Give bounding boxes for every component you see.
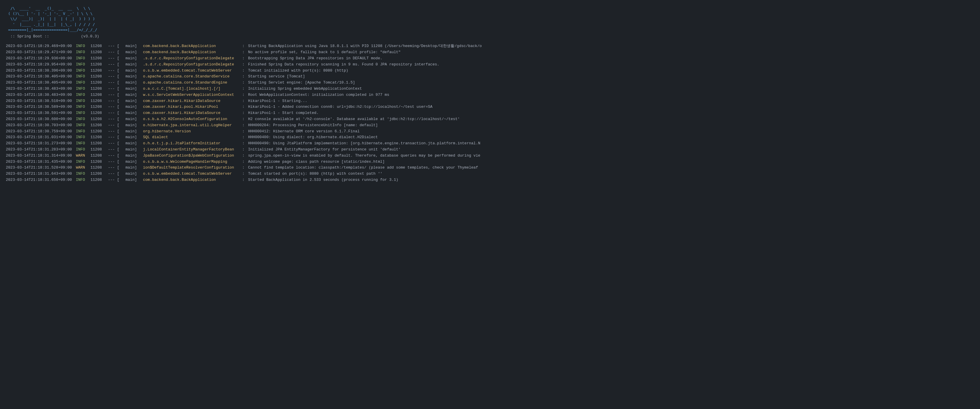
log-colon: : <box>242 92 248 98</box>
log-message: Starting BackApplication using Java 18.0… <box>248 43 974 50</box>
log-pid: 11208 <box>91 80 108 86</box>
log-level: INFO <box>76 92 91 98</box>
log-separator: --- [ <box>108 141 126 147</box>
log-logger: o.apache.catalina.core.StandardEngine <box>143 80 242 86</box>
log-logger: o.s.b.a.w.s.WelcomePageHandlerMapping <box>143 159 242 165</box>
log-separator: --- [ <box>108 110 126 116</box>
log-pid: 11208 <box>91 92 108 98</box>
log-logger: .s.d.r.c.RepositoryConfigurationDelegate <box>143 56 242 62</box>
log-message: HHH000204: Processing PersistenceUnitInf… <box>248 122 974 129</box>
log-row: 2023-03-14T21:18:31.283+09:00 INFO 11208… <box>6 147 974 153</box>
log-message: HikariPool-1 - Added connection conn0: u… <box>248 104 974 110</box>
log-thread: main] <box>126 177 143 183</box>
log-thread: main] <box>126 50 143 56</box>
log-timestamp: 2023-03-14T21:18:31.528+09:00 <box>6 165 76 171</box>
log-message: Root WebApplicationContext: initializati… <box>248 92 974 98</box>
log-logger: ion$DefaultTemplateResolverConfiguration <box>143 165 242 171</box>
log-message: HHH000412: Hibernate ORM core version 6.… <box>248 129 974 135</box>
log-message: Starting service [Tomcat] <box>248 73 974 80</box>
log-level: INFO <box>76 122 91 129</box>
log-level: INFO <box>76 171 91 177</box>
log-timestamp: 2023-03-14T21:18:31.643+09:00 <box>6 171 76 177</box>
log-thread: main] <box>126 165 143 171</box>
log-timestamp: 2023-03-14T21:18:30.396+09:00 <box>6 68 76 74</box>
log-logger: j.LocalContainerEntityManagerFactoryBean <box>143 147 242 153</box>
log-row: 2023-03-14T21:18:30.703+09:00 INFO 11208… <box>6 122 974 129</box>
log-thread: main] <box>126 147 143 153</box>
log-message: No active profile set, falling back to 1… <box>248 50 974 56</box>
log-thread: main] <box>126 73 143 80</box>
log-timestamp: 2023-03-14T21:18:30.405+09:00 <box>6 80 76 86</box>
log-timestamp: 2023-03-14T21:18:29.936+09:00 <box>6 56 76 62</box>
log-separator: --- [ <box>108 80 126 86</box>
log-thread: main] <box>126 104 143 110</box>
log-message: Tomcat started on port(s): 8080 (http) w… <box>248 171 974 177</box>
log-separator: --- [ <box>108 116 126 122</box>
log-colon: : <box>242 171 248 177</box>
log-logger: o.s.b.w.embedded.tomcat.TomcatWebServer <box>143 171 242 177</box>
log-timestamp: 2023-03-14T21:18:30.591+09:00 <box>6 110 76 116</box>
log-separator: --- [ <box>108 92 126 98</box>
log-pid: 11208 <box>91 141 108 147</box>
log-timestamp: 2023-03-14T21:18:31.273+09:00 <box>6 141 76 147</box>
log-pid: 11208 <box>91 171 108 177</box>
log-timestamp: 2023-03-14T21:18:29.471+09:00 <box>6 50 76 56</box>
log-separator: --- [ <box>108 68 126 74</box>
log-logger: o.a.c.c.C.[Tomcat].[localhost].[/] <box>143 86 242 92</box>
log-row: 2023-03-14T21:18:30.759+09:00 INFO 11208… <box>6 129 974 135</box>
log-logger: .s.d.r.c.RepositoryConfigurationDelegate <box>143 62 242 68</box>
log-logger: o.hibernate.jpa.internal.util.LogHelper <box>143 122 242 129</box>
log-pid: 11208 <box>91 62 108 68</box>
log-level: INFO <box>76 98 91 104</box>
log-logger: com.backend.back.BackApplication <box>143 177 242 183</box>
log-level: INFO <box>76 43 91 50</box>
log-row: 2023-03-14T21:18:31.314+09:00 WARN 11208… <box>6 153 974 159</box>
log-message: HikariPool-1 - Start completed. <box>248 110 974 116</box>
log-level: INFO <box>76 80 91 86</box>
log-row: 2023-03-14T21:18:31.643+09:00 INFO 11208… <box>6 171 974 177</box>
log-pid: 11208 <box>91 110 108 116</box>
log-row: 2023-03-14T21:18:30.589+09:00 INFO 11208… <box>6 104 974 110</box>
log-row: 2023-03-14T21:18:29.471+09:00 INFO 11208… <box>6 50 974 56</box>
log-container: 2023-03-14T21:18:29.469+09:00 INFO 11208… <box>6 43 974 183</box>
log-row: 2023-03-14T21:18:31.528+09:00 WARN 11208… <box>6 165 974 171</box>
log-level: INFO <box>76 56 91 62</box>
log-row: 2023-03-14T21:18:31.435+09:00 INFO 11208… <box>6 159 974 165</box>
log-timestamp: 2023-03-14T21:18:31.650+09:00 <box>6 177 76 183</box>
log-row: 2023-03-14T21:18:31.031+09:00 INFO 11208… <box>6 134 974 141</box>
log-row: 2023-03-14T21:18:30.483+09:00 INFO 11208… <box>6 92 974 98</box>
log-thread: main] <box>126 43 143 50</box>
log-thread: main] <box>126 80 143 86</box>
log-timestamp: 2023-03-14T21:18:31.314+09:00 <box>6 153 76 159</box>
log-timestamp: 2023-03-14T21:18:31.435+09:00 <box>6 159 76 165</box>
log-level: INFO <box>76 104 91 110</box>
log-message: Tomcat initialized with port(s): 8080 (h… <box>248 68 974 74</box>
log-pid: 11208 <box>91 129 108 135</box>
log-pid: 11208 <box>91 153 108 159</box>
log-row: 2023-03-14T21:18:30.396+09:00 INFO 11208… <box>6 68 974 74</box>
log-level: INFO <box>76 116 91 122</box>
log-colon: : <box>242 80 248 86</box>
log-message: spring.jpa.open-in-view is enabled by de… <box>248 153 974 159</box>
log-separator: --- [ <box>108 43 126 50</box>
log-row: 2023-03-14T21:18:30.483+09:00 INFO 11208… <box>6 86 974 92</box>
log-colon: : <box>242 134 248 141</box>
log-separator: --- [ <box>108 177 126 183</box>
log-message: H2 console available at '/h2-console'. D… <box>248 116 974 122</box>
log-colon: : <box>242 73 248 80</box>
log-separator: --- [ <box>108 129 126 135</box>
log-pid: 11208 <box>91 68 108 74</box>
log-row: 2023-03-14T21:18:30.405+09:00 INFO 11208… <box>6 73 974 80</box>
log-colon: : <box>242 56 248 62</box>
log-level: INFO <box>76 73 91 80</box>
log-pid: 11208 <box>91 165 108 171</box>
log-message: HHH000400: Using dialect: org.hibernate.… <box>248 134 974 141</box>
log-message: Cannot find template location: classpath… <box>248 165 974 171</box>
log-pid: 11208 <box>91 177 108 183</box>
log-thread: main] <box>126 129 143 135</box>
log-pid: 11208 <box>91 159 108 165</box>
log-logger: com.backend.back.BackApplication <box>143 43 242 50</box>
log-timestamp: 2023-03-14T21:18:31.031+09:00 <box>6 134 76 141</box>
log-thread: main] <box>126 141 143 147</box>
log-row: 2023-03-14T21:18:30.405+09:00 INFO 11208… <box>6 80 974 86</box>
